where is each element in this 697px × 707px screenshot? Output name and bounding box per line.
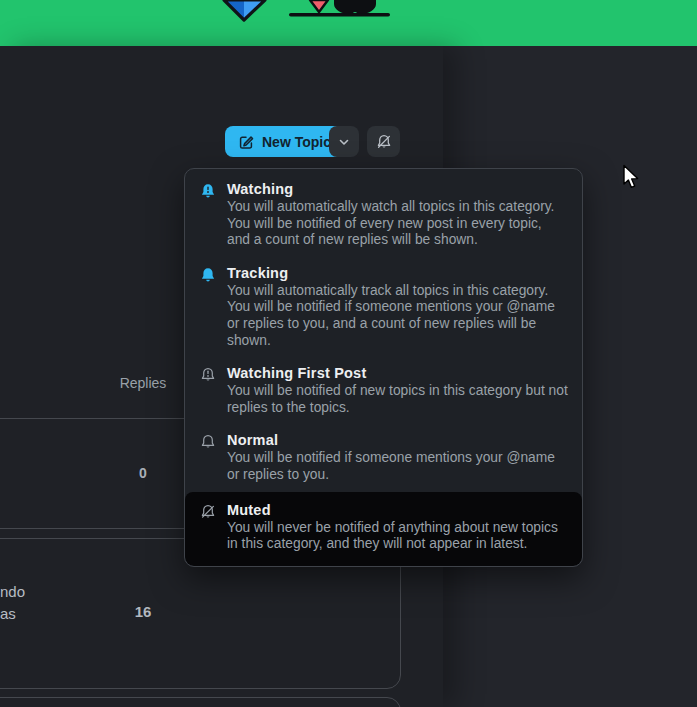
- topic-row[interactable]: [0, 697, 401, 707]
- reply-count: 16: [93, 603, 193, 620]
- bell-outline-icon: [200, 432, 217, 483]
- dropdown-item-watching[interactable]: Watching You will automatically watch al…: [185, 173, 582, 257]
- bell-filled-icon: [200, 265, 217, 349]
- edit-icon: [238, 134, 254, 150]
- notification-level-button[interactable]: [367, 126, 400, 157]
- new-topic-dropdown-button[interactable]: [329, 126, 359, 157]
- dropdown-item-title: Watching First Post: [227, 365, 568, 382]
- category-banner-art: [222, 0, 422, 24]
- topic-title-fragment[interactable]: as: [0, 605, 16, 622]
- category-banner: [0, 0, 697, 46]
- bell-exclamation-outline-icon: [200, 365, 217, 416]
- bell-slash-icon: [376, 134, 392, 150]
- dropdown-item-description: You will automatically track all topics …: [227, 283, 568, 349]
- notification-level-dropdown: Watching You will automatically watch al…: [184, 168, 583, 567]
- dropdown-item-description: You will be notified if someone mentions…: [227, 450, 568, 483]
- dropdown-item-title: Muted: [227, 502, 568, 519]
- dropdown-item-description: You will be notified of new topics in th…: [227, 383, 568, 416]
- dropdown-item-description: You will never be notified of anything a…: [227, 520, 568, 553]
- dropdown-item-title: Watching: [227, 181, 568, 198]
- new-topic-button[interactable]: New Topic: [225, 126, 344, 157]
- dropdown-item-title: Tracking: [227, 265, 568, 282]
- dropdown-item-description: You will automatically watch all topics …: [227, 199, 568, 249]
- dropdown-item-muted[interactable]: Muted You will never be notified of anyt…: [185, 492, 582, 566]
- new-topic-label: New Topic: [262, 134, 331, 150]
- chevron-down-icon: [338, 136, 350, 148]
- mascot-silhouette: [289, 0, 390, 17]
- topic-list-replies-header: Replies: [93, 375, 193, 391]
- reply-count: 0: [93, 465, 193, 481]
- topic-title-fragment[interactable]: ndo: [0, 583, 25, 600]
- diamond-icon: [224, 0, 265, 20]
- mouse-cursor: [622, 164, 642, 195]
- bell-exclamation-filled-icon: [200, 181, 217, 249]
- bell-slash-icon: [200, 502, 217, 553]
- dropdown-item-title: Normal: [227, 432, 568, 449]
- dropdown-item-normal[interactable]: Normal You will be notified if someone m…: [185, 424, 582, 491]
- dropdown-item-watching-first-post[interactable]: Watching First Post You will be notified…: [185, 357, 582, 424]
- dropdown-item-tracking[interactable]: Tracking You will automatically track al…: [185, 257, 582, 357]
